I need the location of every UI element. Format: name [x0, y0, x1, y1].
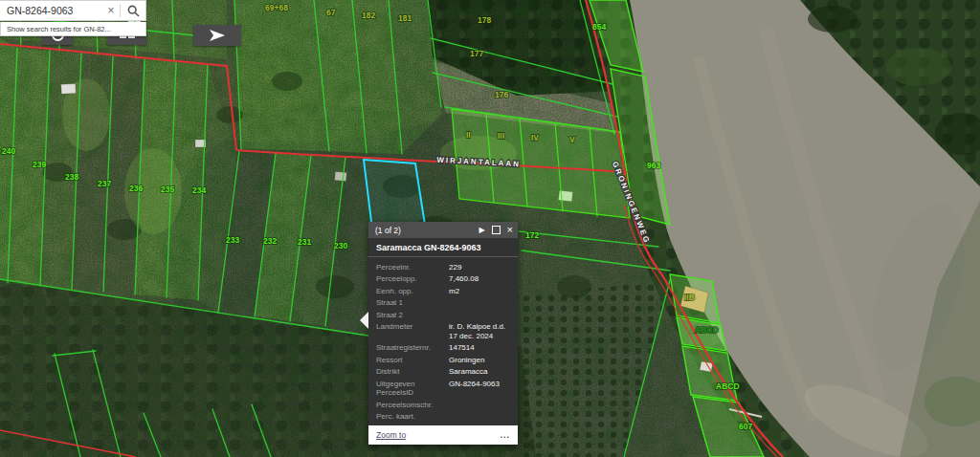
popup-pointer-icon	[360, 312, 368, 329]
toolbar-share-button[interactable]	[193, 25, 241, 46]
popup-field-row: DistriktSaramacca	[376, 366, 510, 379]
zoom-to-link[interactable]: Zoom to	[376, 430, 406, 440]
parcel-label: 176	[495, 90, 508, 99]
search-button[interactable]	[121, 1, 145, 20]
parcel-label: 232	[263, 236, 277, 246]
parcel-label: 240	[2, 146, 15, 156]
parcel-label: V	[569, 135, 575, 144]
search-clear-icon[interactable]: ×	[102, 1, 120, 20]
parcel-label: 854	[592, 22, 606, 32]
parcel-label: 238	[65, 172, 78, 182]
parcel-label: 69+68	[265, 3, 288, 12]
popup-title: Saramacca GN-8264-9063	[368, 238, 518, 257]
parcel-label: 236	[129, 184, 143, 193]
popup-field-row: Perceelnr.229	[376, 261, 510, 273]
search-input[interactable]	[0, 1, 102, 20]
share-arrow-icon	[209, 30, 226, 42]
popup-field-row: Perceelopp.7,460.08	[376, 273, 510, 286]
parcel-label: ABCD	[695, 325, 719, 335]
parcel-label: 231	[298, 237, 311, 247]
dock-icon[interactable]	[492, 226, 501, 234]
parcel-label: III	[498, 131, 504, 141]
parcel-label: 181	[398, 13, 412, 23]
parcel-label: IIB	[684, 293, 695, 302]
parcel-label: 234	[192, 185, 206, 195]
gis-app: 2402392382372362352342332322312301728549…	[0, 0, 980, 457]
search-box[interactable]: ×	[0, 0, 146, 21]
popup-header: (1 of 2) ▶ ×	[368, 222, 518, 238]
parcel-label: 237	[98, 179, 111, 188]
popup-pagination: (1 of 2)	[375, 226, 401, 235]
parcel-label: 239	[33, 160, 46, 169]
search-suggestion[interactable]: Show search results for GN-82...	[0, 22, 146, 36]
next-feature-icon[interactable]: ▶	[479, 227, 484, 234]
parcel-label: 182	[362, 11, 375, 20]
popup-field-row: RessortGroningen	[376, 354, 510, 366]
popup-field-row: Landmeterir. D. Kalpoe d.d. 17 dec. 2024	[376, 321, 510, 342]
popup-field-row: Perceelsomschr.	[376, 399, 510, 411]
parcel-label: 607	[739, 422, 752, 431]
parcel-label: 235	[161, 185, 174, 194]
parcel-label: 178	[478, 15, 491, 25]
parcel-label: 177	[470, 49, 483, 58]
parcel-label: 233	[226, 235, 239, 245]
close-icon[interactable]: ×	[507, 225, 513, 235]
popup-field-row: Straatregisternr.147514	[376, 342, 510, 355]
parcel-label: IV	[531, 133, 539, 142]
feature-popup: (1 of 2) ▶ × Saramacca GN-8264-9063 Perc…	[368, 222, 518, 445]
parcel-label: 963	[647, 161, 660, 170]
more-options-icon[interactable]: ...	[500, 430, 510, 440]
parcel-label: II	[466, 130, 471, 140]
parcel-label: 230	[334, 241, 347, 250]
popup-field-row: Eenh. opp.m2	[376, 285, 510, 297]
popup-footer: Zoom to ...	[368, 425, 518, 445]
popup-field-row: Straat 2	[376, 309, 510, 321]
popup-field-row: Uitgegeven PerceelsIDGN-8264-9063	[376, 378, 510, 399]
parcel-label: 67	[326, 8, 336, 17]
parcel-label: ABCD	[716, 381, 740, 391]
popup-field-row: Straat 1	[376, 297, 510, 310]
popup-field-row: Perc. kaart.	[376, 411, 510, 424]
popup-fields: Perceelnr.229Perceelopp.7,460.08Eenh. op…	[368, 257, 518, 425]
search-icon	[127, 5, 140, 17]
parcel-label: 172	[525, 230, 539, 240]
